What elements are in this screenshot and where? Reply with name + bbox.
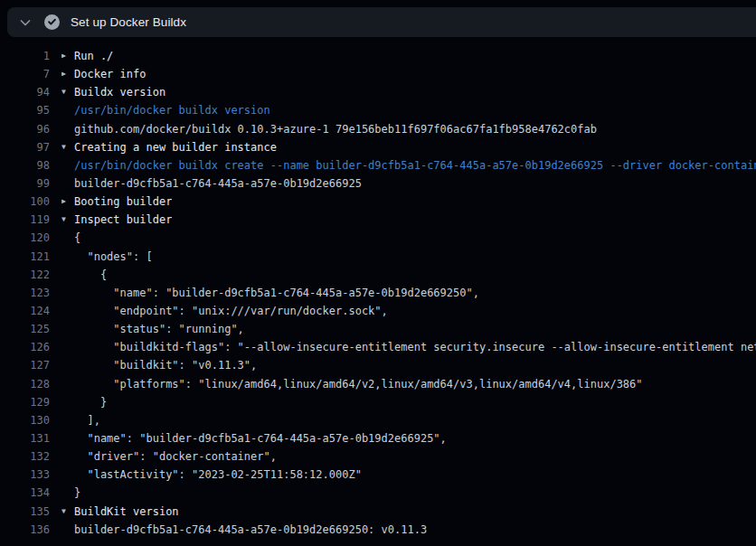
arrow-spacer [61, 411, 74, 429]
log-command-text: /usr/bin/docker buildx create --name bui… [74, 156, 756, 174]
log-group-toggle[interactable]: Creating a new builder instance [74, 138, 277, 156]
log-line-number[interactable]: 123 [0, 284, 50, 302]
log-line-number[interactable]: 135 [0, 503, 50, 521]
step-title: Set up Docker Buildx [71, 15, 186, 29]
log-line: 128 "platforms": "linux/amd64,linux/amd6… [0, 375, 756, 393]
log-line-number[interactable]: 127 [0, 356, 50, 374]
triangle-right-icon[interactable]: ▶ [61, 65, 74, 83]
log-output-text: { [74, 266, 107, 284]
log-line: 135 ▼BuildKit version [0, 503, 756, 521]
log-output-text: "status": "running", [74, 320, 244, 338]
log-line-number[interactable]: 7 [0, 65, 50, 83]
collapse-step-button[interactable] [14, 12, 36, 33]
log-group-toggle[interactable]: Docker info [74, 65, 146, 83]
log-output-text: "nodes": [ [74, 248, 153, 266]
log-output-text: { [74, 229, 80, 247]
triangle-down-icon[interactable]: ▼ [61, 83, 74, 101]
log-line-number[interactable]: 97 [0, 138, 50, 156]
log-line: 129 } [0, 393, 756, 411]
log-line-number[interactable]: 1 [0, 47, 50, 65]
log-line-number[interactable]: 128 [0, 375, 50, 393]
log-line: 123 "name": "builder-d9cfb5a1-c764-445a-… [0, 284, 756, 302]
log-line-number[interactable]: 122 [0, 266, 50, 284]
log-output-text: "buildkitd-flags": "--allow-insecure-ent… [74, 338, 756, 356]
arrow-spacer [61, 229, 74, 247]
log-line-number[interactable]: 121 [0, 248, 50, 266]
log-line: 98 /usr/bin/docker buildx create --name … [0, 156, 756, 174]
log-lines: 1 ▶Run ./ 7 ▶Docker info 94 ▼Buildx vers… [0, 37, 756, 546]
arrow-spacer [61, 484, 74, 502]
log-line-number[interactable]: 131 [0, 429, 50, 447]
log-output-text: "name": "builder-d9cfb5a1-c764-445a-a57e… [74, 284, 479, 302]
triangle-down-icon[interactable]: ▼ [61, 138, 74, 156]
triangle-down-icon[interactable]: ▼ [61, 503, 74, 521]
arrow-spacer [61, 156, 74, 174]
chevron-down-icon [18, 15, 33, 30]
log-line: 133 "lastActivity": "2023-02-25T11:58:12… [0, 466, 756, 484]
log-line-number[interactable]: 129 [0, 393, 50, 411]
arrow-spacer [61, 447, 74, 466]
arrow-spacer [61, 120, 74, 138]
log-line-number[interactable]: 125 [0, 320, 50, 338]
log-group-toggle[interactable]: Inspect builder [74, 211, 172, 229]
log-line: 127 "buildkit": "v0.11.3", [0, 356, 756, 374]
arrow-spacer [61, 248, 74, 266]
log-line-number[interactable]: 126 [0, 338, 50, 356]
log-line: 120 { [0, 229, 756, 247]
log-line: 100 ▶Booting builder [0, 193, 756, 211]
log-line: 7 ▶Docker info [0, 65, 756, 83]
arrow-spacer [61, 320, 74, 338]
log-line-number[interactable]: 99 [0, 174, 50, 193]
triangle-right-icon[interactable]: ▶ [61, 193, 74, 211]
log-line: 121 "nodes": [ [0, 248, 756, 266]
triangle-down-icon[interactable]: ▼ [61, 211, 74, 229]
log-output-text: builder-d9cfb5a1-c764-445a-a57e-0b19d2e6… [74, 174, 362, 193]
log-output-text: builder-d9cfb5a1-c764-445a-a57e-0b19d2e6… [74, 521, 427, 539]
check-circle-icon [44, 14, 60, 30]
log-output-text: "name": "builder-d9cfb5a1-c764-445a-a57e… [74, 429, 447, 447]
arrow-spacer [61, 338, 74, 356]
log-line-number[interactable]: 100 [0, 193, 50, 211]
log-group-toggle[interactable]: BuildKit version [74, 503, 179, 521]
log-line-number[interactable]: 95 [0, 101, 50, 119]
log-output-text: } [74, 393, 107, 411]
log-line: 131 "name": "builder-d9cfb5a1-c764-445a-… [0, 429, 756, 447]
log-line-number[interactable]: 132 [0, 447, 50, 466]
log-line: 99 builder-d9cfb5a1-c764-445a-a57e-0b19d… [0, 174, 756, 193]
log-line-number[interactable]: 94 [0, 83, 50, 101]
log-line-number[interactable]: 134 [0, 484, 50, 502]
log-group-toggle[interactable]: Buildx version [74, 83, 165, 101]
log-line: 122 { [0, 266, 756, 284]
triangle-right-icon[interactable]: ▶ [61, 47, 74, 65]
log-line: 95 /usr/bin/docker buildx version [0, 101, 756, 119]
arrow-spacer [61, 356, 74, 374]
log-output-text: } [74, 484, 80, 502]
log-line-number[interactable]: 124 [0, 302, 50, 320]
log-line: 126 "buildkitd-flags": "--allow-insecure… [0, 338, 756, 356]
log-line-number[interactable]: 136 [0, 521, 50, 539]
step-header[interactable]: Set up Docker Buildx [7, 7, 756, 37]
log-line: 94 ▼Buildx version [0, 83, 756, 101]
log-line: 136 builder-d9cfb5a1-c764-445a-a57e-0b19… [0, 521, 756, 539]
arrow-spacer [61, 284, 74, 302]
log-command-text: /usr/bin/docker buildx version [74, 101, 270, 119]
log-line-number[interactable]: 120 [0, 229, 50, 247]
log-output-text: github.com/docker/buildx 0.10.3+azure-1 … [74, 120, 597, 138]
log-line-number[interactable]: 133 [0, 466, 50, 484]
log-line: 132 "driver": "docker-container", [0, 447, 756, 466]
log-line-number[interactable]: 98 [0, 156, 50, 174]
log-line-number[interactable]: 119 [0, 211, 50, 229]
log-line: 1 ▶Run ./ [0, 47, 756, 65]
log-output-text: ], [74, 411, 100, 429]
arrow-spacer [61, 466, 74, 484]
log-group-toggle[interactable]: Run ./ [74, 47, 113, 65]
log-line-number[interactable]: 96 [0, 120, 50, 138]
log-line: 119 ▼Inspect builder [0, 211, 756, 229]
log-line: 97 ▼Creating a new builder instance [0, 138, 756, 156]
log-line: 96 github.com/docker/buildx 0.10.3+azure… [0, 120, 756, 138]
log-line-number[interactable]: 130 [0, 411, 50, 429]
log-output-text: "lastActivity": "2023-02-25T11:58:12.000… [74, 466, 362, 484]
log-group-toggle[interactable]: Booting builder [74, 193, 172, 211]
log-output-text: "driver": "docker-container", [74, 447, 277, 466]
log-line: 124 "endpoint": "unix:///var/run/docker.… [0, 302, 756, 320]
